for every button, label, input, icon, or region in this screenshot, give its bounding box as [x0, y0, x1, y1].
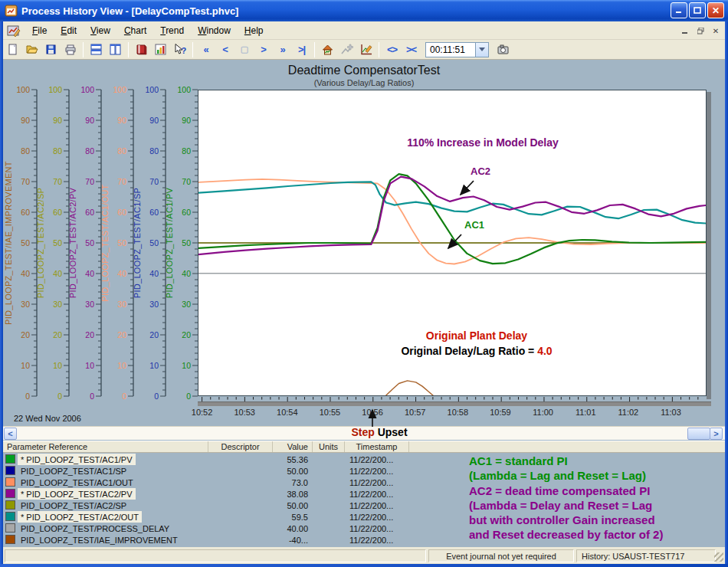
column-header-descriptor[interactable]: Descriptor: [208, 441, 273, 452]
menu-file[interactable]: File: [25, 23, 54, 38]
note-line: (Lambda = Delay and Reset = Lag: [469, 498, 663, 513]
nav-fastforward-button[interactable]: »: [274, 41, 291, 58]
svg-text:40: 40: [117, 269, 126, 278]
toolbar-separator: [379, 42, 379, 57]
note-line: but with controller Gain increased: [469, 513, 663, 527]
menu-edit[interactable]: Edit: [54, 23, 84, 38]
column-header-parameter-reference[interactable]: Parameter Reference: [3, 441, 208, 452]
parameter-reference[interactable]: PID_LOOPZ_TEST/AC2/SP: [18, 500, 130, 511]
scroll-right-button[interactable]: >: [710, 428, 723, 440]
add-trend-icon: [340, 43, 354, 57]
chart-colors-button[interactable]: [152, 41, 169, 58]
new-document-button[interactable]: [4, 41, 21, 58]
resize-grip[interactable]: [714, 552, 723, 562]
menu-help[interactable]: Help: [238, 23, 271, 38]
minimize-button[interactable]: [671, 2, 687, 18]
maximize-button[interactable]: [689, 2, 706, 18]
svg-text:0: 0: [122, 392, 126, 401]
chart-home-button[interactable]: [319, 41, 336, 58]
zoom-out-button[interactable]: <>: [383, 41, 401, 58]
note-line: and Reset decreased by factor of 2): [469, 527, 663, 542]
nav-next-button[interactable]: >: [254, 41, 272, 58]
tile-vertical-button[interactable]: [107, 41, 124, 58]
close-button[interactable]: ✕: [707, 2, 724, 18]
x-tick-label: 11:03: [654, 408, 687, 417]
reference-book-button[interactable]: [133, 41, 150, 58]
svg-text:0: 0: [57, 392, 62, 401]
svg-text:90: 90: [85, 116, 94, 125]
app-window: Process History View - [DelayCompTest.ph…: [0, 0, 728, 567]
save-button[interactable]: [42, 41, 60, 58]
tile-horizontal-button[interactable]: [87, 41, 105, 58]
parameter-reference[interactable]: PID_LOOPZ_TEST/AC1/OUT: [18, 477, 136, 488]
scrollbar-thumb[interactable]: [687, 428, 710, 440]
svg-text:40: 40: [53, 269, 62, 278]
svg-text:0: 0: [90, 392, 94, 401]
context-help-button[interactable]: ?: [171, 41, 189, 58]
y-axis-label-PID_LOOPZ_TEST/AC2/SP: PID_LOOPZ_TEST/AC2/SP: [35, 90, 46, 396]
nav-first-button[interactable]: «: [197, 41, 215, 58]
nav-prev-button[interactable]: <: [216, 41, 234, 58]
nav-prev-icon: <: [222, 44, 228, 55]
parameter-reference[interactable]: PID_LOOPZ_TEST/PROCESS_DELAY: [18, 523, 172, 534]
x-tick-label: 11:02: [612, 408, 645, 417]
svg-text:0: 0: [25, 392, 30, 401]
chart-notes: AC1 = standard PI(Lambda = Lag and Reset…: [469, 454, 663, 542]
chevron-down-icon[interactable]: [476, 42, 489, 57]
svg-text:50: 50: [149, 238, 159, 247]
toolbar-separator: [314, 42, 315, 57]
nav-last-button[interactable]: >|: [293, 41, 310, 58]
svg-text:60: 60: [53, 208, 62, 217]
window-border-left: [0, 21, 3, 567]
parameter-reference[interactable]: PID_LOOPZ_TEST/IAE_IMPROVEMENT: [18, 534, 181, 546]
mdi-restore-button[interactable]: [694, 25, 707, 36]
color-swatch: [5, 489, 15, 498]
column-header-value[interactable]: Value: [273, 441, 313, 452]
parameter-reference[interactable]: * PID_LOOPZ_TEST/AC2/PV: [18, 488, 136, 500]
parameter-timestamp: 11/22/200...: [349, 534, 393, 546]
svg-text:70: 70: [21, 177, 30, 186]
annotation-delay-lag-ratio: Original Delay/Lag Ratio = 4.0: [337, 345, 616, 357]
new-document-icon: [6, 43, 20, 57]
mdi-minimize-button[interactable]: [679, 25, 691, 36]
svg-text:30: 30: [182, 300, 191, 309]
menu-trend[interactable]: Trend: [153, 23, 191, 38]
menu-chart[interactable]: Chart: [117, 23, 153, 38]
parameter-value: 38.08: [256, 488, 308, 500]
svg-text:50: 50: [85, 238, 94, 247]
parameter-reference[interactable]: PID_LOOPZ_TEST/AC1/SP: [18, 465, 130, 477]
time-range-value[interactable]: 00:11:51: [425, 42, 476, 57]
svg-text:30: 30: [149, 300, 159, 309]
print-button[interactable]: [61, 41, 79, 58]
note-line: AC2 = dead time compensated PI: [469, 483, 663, 498]
parameter-reference[interactable]: * PID_LOOPZ_TEST/AC2/OUT: [18, 511, 142, 523]
snapshot-button[interactable]: [494, 41, 512, 58]
column-header-units[interactable]: Units: [313, 441, 345, 452]
time-range-combobox[interactable]: 00:11:51: [425, 42, 489, 57]
x-axis-band: [198, 401, 711, 406]
annotation-ac2-label: AC2: [471, 166, 490, 177]
toolbar: ?«<▢>»>|<>>< 00:11:51: [3, 40, 725, 60]
svg-text:90: 90: [117, 116, 126, 125]
context-help-icon: ?: [173, 43, 187, 57]
scroll-left-button[interactable]: <: [4, 428, 17, 440]
menu-view[interactable]: View: [84, 23, 117, 38]
parameter-reference[interactable]: * PID_LOOPZ_TEST/AC1/PV: [18, 454, 136, 465]
edit-trend-button[interactable]: [357, 41, 375, 58]
open-file-button[interactable]: [23, 41, 41, 58]
y-axis-label-PID_LOOPZ_TEST/AC2/PV: PID_LOOPZ_TEST/AC2/PV: [67, 90, 78, 396]
svg-text:80: 80: [53, 146, 62, 156]
chart-date-label: 22 Wed Nov 2006: [14, 414, 81, 423]
svg-text:90: 90: [182, 116, 191, 125]
menu-window[interactable]: Window: [191, 23, 238, 38]
edit-trend-icon: [359, 43, 373, 57]
x-tick-label: 10:57: [398, 408, 432, 417]
svg-text:70: 70: [117, 177, 126, 186]
menu-bar: FileEditViewChartTrendWindowHelp: [3, 21, 725, 40]
zoom-in-button[interactable]: ><: [402, 41, 420, 58]
mdi-close-button[interactable]: ✕: [710, 25, 722, 36]
x-tick-label: 11:00: [526, 408, 560, 417]
toolbar-separator: [192, 42, 193, 57]
column-header-timestamp[interactable]: Timestamp: [345, 441, 409, 452]
svg-text:10: 10: [21, 361, 30, 370]
